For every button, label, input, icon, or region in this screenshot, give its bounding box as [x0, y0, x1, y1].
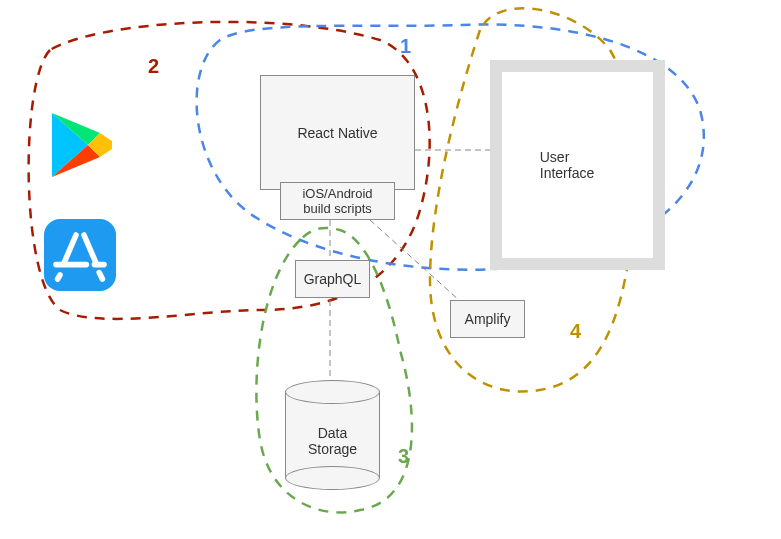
svg-rect-0: [44, 219, 116, 291]
data-storage-label: Data Storage: [285, 425, 380, 457]
build-scripts-label: iOS/Android build scripts: [302, 186, 372, 216]
region-2-label: 2: [148, 55, 159, 78]
svg-line-6: [99, 273, 102, 279]
google-play-icon: [40, 105, 120, 185]
connector-build-amplify: [370, 220, 470, 310]
react-native-label: React Native: [297, 125, 377, 141]
react-native-box: React Native: [260, 75, 415, 190]
region-3-label: 3: [398, 445, 409, 468]
build-scripts-box: iOS/Android build scripts: [280, 182, 395, 220]
apple-app-store-icon: [40, 215, 120, 295]
region-1-label: 1: [400, 35, 411, 58]
region-4-label: 4: [570, 320, 581, 343]
graphql-box: GraphQL: [295, 260, 370, 298]
graphql-label: GraphQL: [304, 271, 362, 287]
device-frame: User Interface: [490, 60, 665, 270]
svg-line-5: [58, 275, 60, 279]
amplify-box: Amplify: [450, 300, 525, 338]
amplify-label: Amplify: [465, 311, 511, 327]
user-interface-label: User Interface: [540, 149, 616, 181]
data-storage-cylinder: Data Storage: [285, 380, 380, 490]
